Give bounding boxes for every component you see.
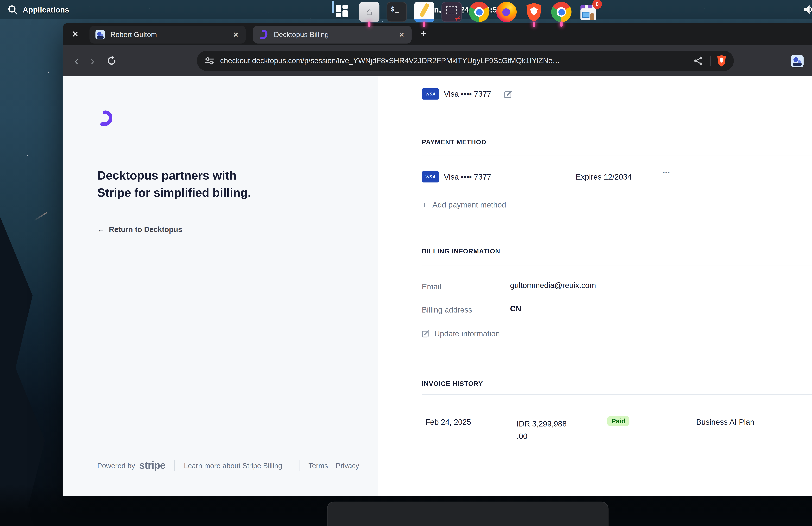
invoice-status-badge: Paid	[607, 416, 629, 426]
billing-right-pane: VISA Visa •••• 7377 PAYMENT METHOD VISA …	[378, 76, 812, 496]
invoice-amount: IDR 3,299,988 .00	[517, 418, 573, 442]
invoice-history-header: INVOICE HISTORY	[422, 378, 812, 388]
card-number-text: Visa •••• 7377	[444, 89, 491, 98]
dock-item-file-manager[interactable]: ⌂	[359, 2, 379, 22]
window-close-button[interactable]: ✕	[70, 29, 81, 39]
stripe-footer: Powered by stripe Learn more about Strip…	[97, 460, 367, 472]
screenshot-tool-icon: ✂	[441, 2, 462, 22]
dock-item-firefox[interactable]	[496, 2, 517, 22]
section-divider	[422, 265, 812, 265]
payment-method-title: PAYMENT METHOD	[422, 138, 812, 145]
terminal-icon: $_	[387, 2, 407, 22]
invoice-amount-line2: .00	[517, 432, 527, 441]
billing-address-label: Billing address	[422, 305, 472, 314]
volume-icon[interactable]	[803, 4, 812, 15]
file-manager-icon: ⌂	[359, 2, 379, 22]
privacy-link[interactable]: Privacy	[336, 462, 359, 470]
visa-card-badge: VISA	[422, 171, 439, 182]
profile-favicon	[96, 30, 105, 40]
billing-information-title: BILLING INFORMATION	[422, 247, 812, 254]
billing-address-row: Billing address CN	[422, 304, 812, 315]
billing-left-pane: Decktopus partners with Stripe for simpl…	[63, 76, 378, 496]
email-label: Email	[422, 282, 441, 291]
arrow-left-icon: ←	[97, 225, 105, 234]
share-icon[interactable]	[694, 56, 703, 65]
add-payment-method-button[interactable]: + Add payment method	[422, 200, 812, 209]
card-overflow-button[interactable]: •••	[663, 169, 670, 175]
stripe-billing-page: Decktopus partners with Stripe for simpl…	[63, 76, 812, 496]
decktopus-logo	[100, 111, 113, 127]
tab-close-icon[interactable]: ✕	[398, 30, 406, 40]
back-button[interactable]: ‹	[69, 55, 85, 67]
card-number-text: Visa •••• 7377	[444, 172, 491, 181]
visa-card-badge: VISA	[422, 88, 439, 100]
dock-item-chromium[interactable]	[551, 2, 571, 22]
tab-title: Robert Gultom	[111, 30, 227, 39]
stripe-logo: stripe	[139, 460, 165, 472]
browser-window: ✕ Robert Gultom ✕ Decktopus Billing ✕ + …	[63, 23, 812, 496]
desktop: Applications Mon, Feb 24 23:52:15 ✕ Robe…	[0, 0, 812, 526]
terms-link[interactable]: Terms	[308, 462, 328, 470]
update-information-button[interactable]: Update information	[422, 329, 812, 338]
forward-button[interactable]: ›	[85, 55, 100, 67]
section-divider	[422, 156, 812, 156]
new-tab-button[interactable]: +	[421, 29, 426, 39]
edit-pencil-icon	[422, 330, 430, 337]
decktopus-favicon	[259, 30, 269, 40]
dock-item-chrome[interactable]	[469, 2, 489, 22]
profile-extension-icon[interactable]	[791, 55, 803, 67]
learn-more-link[interactable]: Learn more about Stripe Billing	[184, 462, 282, 470]
search-icon	[8, 4, 18, 15]
footer-divider	[299, 461, 300, 471]
url-bar[interactable]: checkout.decktopus.com/p/session/live_YW…	[197, 50, 734, 71]
system-tray	[803, 0, 812, 19]
browser-toolbar: ‹ › checkout.decktopus.com/p/session/liv…	[63, 45, 812, 76]
partner-heading: Decktopus partners with Stripe for simpl…	[97, 167, 276, 202]
running-indicator	[560, 21, 563, 27]
tab-robert-gultom[interactable]: Robert Gultom ✕	[89, 26, 246, 44]
invoice-amount-line1: IDR 3,299,988	[517, 419, 567, 428]
return-label: Return to Decktopus	[109, 225, 182, 234]
top-card-row: VISA Visa •••• 7377	[422, 88, 812, 100]
footer-divider	[174, 461, 175, 471]
section-divider	[422, 394, 812, 395]
tune-icon[interactable]	[205, 56, 214, 65]
plus-icon: +	[422, 200, 427, 209]
tab-strip: ✕ Robert Gultom ✕ Decktopus Billing ✕ +	[63, 23, 812, 45]
powered-by-label: Powered by	[97, 462, 135, 470]
card-expiry: Expires 12/2034	[576, 172, 632, 181]
workspace-tiles-icon	[332, 1, 334, 13]
tab-close-icon[interactable]: ✕	[232, 30, 240, 40]
dock-item-terminal[interactable]: $_	[387, 2, 407, 22]
applications-menu[interactable]: Applications	[0, 4, 69, 15]
email-value: gultommedia@reuix.com	[510, 281, 596, 290]
dock	[327, 501, 609, 526]
shooting-star	[34, 212, 47, 221]
heading-line-1: Decktopus partners with	[97, 167, 276, 185]
running-indicator	[423, 21, 425, 27]
email-row: Email gultommedia@reuix.com	[422, 281, 812, 292]
reload-button[interactable]	[106, 56, 117, 66]
invoice-history-title: INVOICE HISTORY	[422, 380, 483, 387]
heading-line-2: Stripe for simplified billing.	[97, 184, 276, 202]
tab-decktopus-billing[interactable]: Decktopus Billing ✕	[253, 26, 412, 44]
software-store-icon: 0	[579, 2, 599, 22]
url-text[interactable]: checkout.decktopus.com/p/session/live_YW…	[220, 57, 694, 65]
running-indicator	[533, 21, 535, 27]
dock-item-software-store[interactable]: 0	[579, 2, 599, 22]
dock-item-brave[interactable]	[524, 2, 544, 22]
dock-item-workspace[interactable]	[332, 2, 352, 22]
return-to-decktopus-link[interactable]: ← Return to Decktopus	[97, 225, 182, 234]
billing-address-value: CN	[510, 304, 521, 313]
tab-title: Decktopus Billing	[274, 30, 392, 39]
dock-item-screenshot-tool[interactable]: ✂	[441, 2, 462, 22]
text-editor-icon	[414, 2, 434, 22]
update-information-label: Update information	[434, 329, 500, 338]
toolbar-right-icons	[791, 45, 812, 76]
brave-shield-icon[interactable]	[716, 55, 727, 67]
edit-card-icon[interactable]	[504, 90, 513, 98]
applications-label: Applications	[23, 5, 69, 14]
chrome-icon	[469, 2, 489, 22]
brave-icon	[524, 2, 544, 22]
dock-item-text-editor[interactable]	[414, 2, 434, 22]
